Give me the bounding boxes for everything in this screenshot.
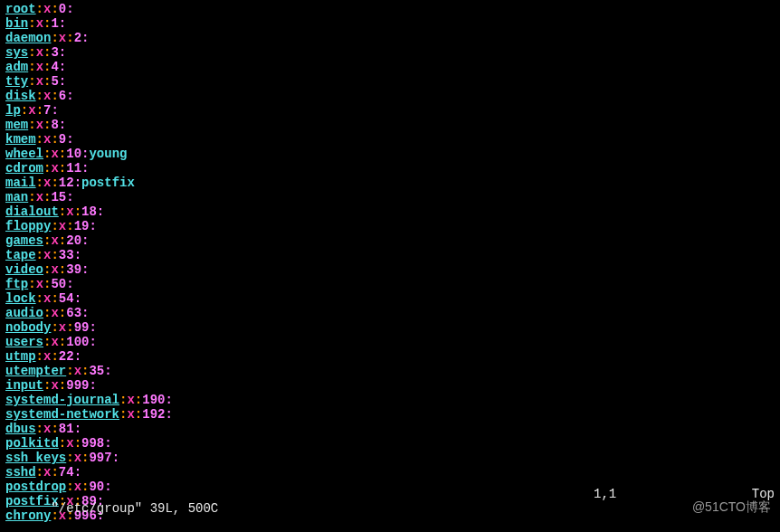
field-separator: : (36, 422, 43, 436)
group-entry: games:x:20: (5, 233, 775, 248)
group-entry: disk:x:6: (5, 89, 775, 103)
group-name: systemd-journal (5, 393, 119, 407)
watermark: @51CTO博客 (692, 499, 771, 514)
field-separator: : (104, 364, 111, 378)
field-separator: : (51, 291, 58, 306)
group-id: 998 (81, 436, 104, 451)
field-separator: : (51, 31, 58, 45)
group-id: 39 (66, 262, 81, 277)
field-separator: : (74, 465, 81, 480)
password-field: x (51, 161, 58, 176)
field-separator: : (66, 320, 73, 335)
group-entry: wheel:x:10:young (5, 147, 775, 161)
password-field: x (66, 436, 73, 451)
field-separator: : (81, 233, 89, 248)
field-separator: : (135, 407, 142, 422)
field-separator: : (89, 219, 96, 233)
group-entry: sshd:x:74: (5, 465, 775, 480)
password-field: x (51, 378, 58, 393)
password-field: x (51, 233, 58, 248)
group-entry: man:x:15: (5, 190, 775, 204)
group-name: root (5, 2, 36, 16)
password-field: x (127, 393, 134, 407)
group-entry: kmem:x:9: (5, 132, 775, 147)
group-entry: utmp:x:22: (5, 349, 775, 364)
group-name: bin (5, 16, 28, 31)
group-name: floppy (5, 219, 51, 233)
field-separator: : (28, 74, 35, 89)
group-entry: users:x:100: (5, 335, 775, 349)
group-name: nobody (5, 320, 51, 335)
group-id: 50 (51, 277, 66, 291)
group-entry: root:x:0: (5, 2, 775, 16)
field-separator: : (28, 16, 35, 31)
field-separator: : (59, 147, 66, 161)
group-entry: video:x:39: (5, 262, 775, 277)
password-field: x (51, 306, 58, 320)
field-separator: : (59, 436, 66, 451)
group-entry: ftp:x:50: (5, 277, 775, 291)
field-separator: : (59, 233, 66, 248)
field-separator: : (36, 291, 43, 306)
field-separator: : (36, 2, 43, 16)
field-separator: : (59, 45, 66, 60)
field-separator: : (28, 45, 35, 60)
field-separator: : (89, 320, 96, 335)
field-separator: : (36, 176, 43, 190)
group-name: polkitd (5, 436, 59, 451)
group-id: 11 (66, 161, 81, 176)
field-separator: : (74, 176, 81, 190)
group-members: postfix (81, 176, 135, 190)
field-separator: : (165, 393, 172, 407)
field-separator: : (36, 89, 43, 103)
password-field: x (36, 60, 43, 74)
field-separator: : (51, 103, 58, 118)
field-separator: : (66, 277, 73, 291)
field-separator: : (51, 2, 58, 16)
group-id: 74 (59, 465, 74, 480)
group-entry: dialout:x:18: (5, 204, 775, 219)
group-id: 10 (66, 147, 81, 161)
field-separator: : (51, 320, 58, 335)
vim-status-line: "/etc/group" 39L, 500C 1,1 Top (0, 487, 780, 532)
terminal-viewport[interactable]: root:x:0:bin:x:1:daemon:x:2:sys:x:3:adm:… (0, 0, 780, 532)
password-field: x (74, 451, 81, 465)
group-name: kmem (5, 132, 36, 147)
field-separator: : (89, 335, 96, 349)
status-filename: "/etc/group" 39L, 500C (5, 487, 594, 530)
group-name: mem (5, 118, 28, 132)
field-separator: : (135, 393, 142, 407)
group-name: ssh_keys (5, 451, 66, 465)
group-entry: mem:x:8: (5, 118, 775, 132)
group-entry: lock:x:54: (5, 291, 775, 306)
group-entry: floppy:x:19: (5, 219, 775, 233)
password-field: x (28, 103, 35, 118)
group-id: 192 (142, 407, 165, 422)
group-id: 22 (59, 349, 74, 364)
field-separator: : (59, 60, 66, 74)
password-field: x (66, 204, 73, 219)
field-separator: : (74, 291, 81, 306)
field-separator: : (74, 436, 81, 451)
group-name: users (5, 335, 43, 349)
group-id: 997 (89, 451, 111, 465)
field-separator: : (51, 219, 58, 233)
group-name: dialout (5, 204, 59, 219)
field-separator: : (81, 31, 89, 45)
field-separator: : (59, 335, 66, 349)
group-name: tty (5, 74, 28, 89)
password-field: x (74, 364, 81, 378)
group-entry: input:x:999: (5, 378, 775, 393)
password-field: x (36, 190, 43, 204)
group-id: 54 (59, 291, 74, 306)
field-separator: : (28, 190, 35, 204)
password-field: x (36, 277, 43, 291)
group-id: 999 (66, 378, 89, 393)
field-separator: : (59, 378, 66, 393)
field-separator: : (36, 248, 43, 262)
field-separator: : (59, 74, 66, 89)
field-separator: : (51, 248, 58, 262)
field-separator: : (59, 306, 66, 320)
group-name: games (5, 233, 43, 248)
group-id: 8 (51, 118, 58, 132)
